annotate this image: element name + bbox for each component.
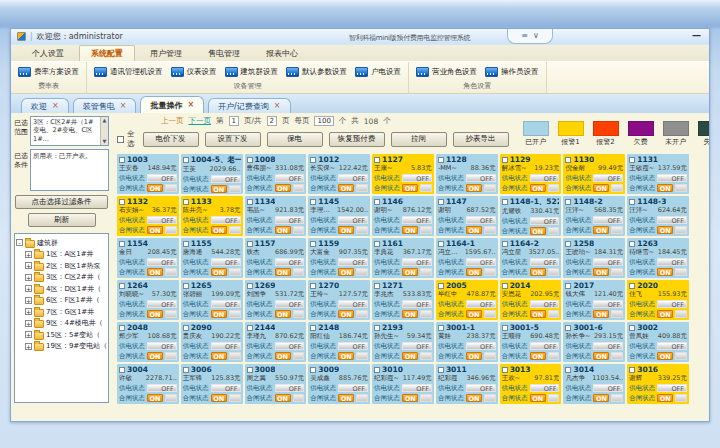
- tree-item[interactable]: +15区：5#变站（: [25, 330, 107, 340]
- meter-checkbox[interactable]: [310, 283, 316, 289]
- meter-checkbox[interactable]: [374, 199, 380, 205]
- tool-button-6[interactable]: 抄表导出: [453, 132, 509, 147]
- meter-checkbox[interactable]: [565, 283, 571, 289]
- switch-status-value[interactable]: ON: [657, 352, 673, 360]
- selected-condition-box[interactable]: 所用表：已开户表。: [30, 149, 109, 191]
- tool-button-4[interactable]: 恢复预付费: [329, 132, 385, 147]
- supply-status-value[interactable]: OFF: [466, 258, 496, 266]
- meter-checkbox[interactable]: [247, 283, 253, 289]
- meter-checkbox[interactable]: [438, 367, 444, 373]
- tree-item[interactable]: +1区：A区1#井: [25, 249, 107, 259]
- switch-status-value[interactable]: ON: [657, 184, 673, 192]
- meter-checkbox[interactable]: [502, 241, 508, 247]
- meter-checkbox[interactable]: [629, 199, 635, 205]
- meter-card[interactable]: 1148-2汪洋~568.35元供电状态OFF合闸状态ON: [563, 196, 625, 236]
- supply-status-value[interactable]: OFF: [211, 175, 241, 183]
- meter-checkbox[interactable]: [247, 157, 253, 163]
- supply-status-value[interactable]: OFF: [657, 216, 687, 224]
- meter-checkbox[interactable]: [183, 241, 189, 247]
- meter-checkbox[interactable]: [374, 241, 380, 247]
- doc-tab-4[interactable]: 开户/记费查询×: [208, 98, 290, 113]
- supply-status-value[interactable]: OFF: [338, 300, 368, 308]
- switch-status-value[interactable]: ON: [466, 184, 482, 192]
- supply-status-value[interactable]: OFF: [657, 384, 687, 392]
- meter-checkbox[interactable]: [565, 367, 571, 373]
- switch-status-value[interactable]: ON: [275, 310, 291, 318]
- meter-card[interactable]: 3010纪彩霞~117.49元供电状态OFF合闸状态ON: [372, 364, 434, 404]
- meter-card[interactable]: 1147谢明687.52元供电状态OFF合闸状态ON: [436, 196, 498, 236]
- supply-status-value[interactable]: OFF: [593, 216, 623, 224]
- switch-status-value[interactable]: ON: [530, 310, 546, 318]
- supply-status-value[interactable]: OFF: [147, 384, 177, 392]
- supply-status-value[interactable]: OFF: [211, 216, 241, 224]
- meter-checkbox[interactable]: [310, 199, 316, 205]
- meter-card[interactable]: 1003王安春148.94元供电状态OFF合闸状态ON: [117, 154, 179, 194]
- meter-card[interactable]: 1154金日208.45元供电状态OFF合闸状态ON: [117, 238, 179, 278]
- supply-status-value[interactable]: OFF: [211, 300, 241, 308]
- meter-card[interactable]: 1146谢明~876.12元供电状态OFF合闸状态ON: [372, 196, 434, 236]
- meter-card[interactable]: 1148-3汪洋~624.64元供电状态OFF合闸状态ON: [627, 196, 689, 236]
- meter-card[interactable]: 1132石安娟~36.37元供电状态OFF合闸状态ON: [117, 196, 179, 236]
- supply-status-value[interactable]: OFF: [593, 174, 623, 182]
- choose-filter-button[interactable]: 点击选择过滤条件: [15, 195, 108, 209]
- meter-checkbox[interactable]: [119, 325, 125, 331]
- meter-checkbox[interactable]: [247, 241, 253, 247]
- meter-card[interactable]: 1148-1、522尤耀铁330.41元供电状态OFF合闸状态ON: [500, 196, 562, 236]
- expand-icon[interactable]: +: [25, 308, 32, 315]
- tree-item[interactable]: +2区：B区1#热泵: [25, 261, 107, 271]
- switch-status-value[interactable]: ON: [211, 185, 227, 193]
- meter-card[interactable]: 2017钱大伟121.40元供电状态OFF合闸状态ON: [563, 280, 625, 320]
- expand-icon[interactable]: +: [25, 297, 32, 304]
- ribbon-button[interactable]: 通讯管理机设置: [90, 65, 167, 79]
- meter-card[interactable]: 1271李兆杰533.83元供电状态OFF合闸状态ON: [372, 280, 434, 320]
- supply-status-value[interactable]: OFF: [147, 216, 177, 224]
- close-icon[interactable]: ×: [274, 102, 281, 110]
- supply-status-value[interactable]: OFF: [466, 384, 496, 392]
- meter-card[interactable]: 2144李瑾九870.62元供电状态OFF合闸状态ON: [245, 322, 307, 362]
- meter-checkbox[interactable]: [183, 367, 189, 373]
- meter-checkbox[interactable]: [374, 367, 380, 373]
- expand-icon[interactable]: +: [25, 251, 32, 258]
- supply-status-value[interactable]: OFF: [338, 174, 368, 182]
- switch-status-value[interactable]: ON: [275, 184, 291, 192]
- meter-card[interactable]: 2014安恩花202.95元供电状态OFF合闸状态ON: [500, 280, 562, 320]
- switch-status-value[interactable]: ON: [275, 268, 291, 276]
- meter-card[interactable]: 3004许敏2278.71..供电状态OFF合闸状态ON: [117, 364, 179, 404]
- supply-status-value[interactable]: OFF: [275, 384, 305, 392]
- meter-card[interactable]: 1004-5、老一王英2029.66..供电状态OFF合闸状态ON: [181, 154, 243, 194]
- supply-status-value[interactable]: OFF: [466, 216, 496, 224]
- meter-checkbox[interactable]: [374, 157, 380, 163]
- meter-checkbox[interactable]: [310, 241, 316, 247]
- meter-checkbox[interactable]: [438, 241, 444, 247]
- supply-status-value[interactable]: OFF: [275, 300, 305, 308]
- meter-checkbox[interactable]: [565, 199, 571, 205]
- switch-status-value[interactable]: ON: [147, 268, 163, 276]
- collapse-icon[interactable]: -: [16, 239, 23, 246]
- meter-card[interactable]: 2148阳红仙186.74元供电状态OFF合闸状态ON: [308, 322, 370, 362]
- switch-status-value[interactable]: ON: [530, 227, 546, 235]
- meter-card[interactable]: 1258王琥珀~184.31元供电状态OFF合闸状态ON: [563, 238, 625, 278]
- meter-card[interactable]: 1155唐海通544.28元供电状态OFF合闸状态ON: [181, 238, 243, 278]
- ribbon-button[interactable]: 仪表设置: [167, 65, 221, 79]
- close-icon[interactable]: ×: [120, 102, 127, 110]
- supply-status-value[interactable]: OFF: [530, 384, 560, 392]
- switch-status-value[interactable]: ON: [338, 394, 354, 402]
- meter-checkbox[interactable]: [438, 199, 444, 205]
- meter-checkbox[interactable]: [565, 325, 571, 331]
- supply-status-value[interactable]: OFF: [147, 300, 177, 308]
- meter-checkbox[interactable]: [438, 325, 444, 331]
- expand-icon[interactable]: +: [25, 285, 32, 292]
- supply-status-value[interactable]: OFF: [275, 174, 305, 182]
- meter-card[interactable]: 2048郑少军108.68元供电状态OFF合闸状态ON: [117, 322, 179, 362]
- switch-status-value[interactable]: ON: [338, 184, 354, 192]
- meter-checkbox[interactable]: [502, 199, 508, 205]
- select-all-checkbox[interactable]: [117, 136, 124, 143]
- per-page-box[interactable]: 100: [314, 116, 333, 126]
- supply-status-value[interactable]: OFF: [593, 384, 623, 392]
- tree-root[interactable]: -建筑群: [16, 238, 107, 248]
- expand-icon[interactable]: +: [25, 274, 32, 281]
- meter-checkbox[interactable]: [119, 283, 125, 289]
- meter-checkbox[interactable]: [247, 199, 253, 205]
- ribbon-tab-5[interactable]: 报表中心: [255, 46, 309, 61]
- meter-card[interactable]: 1157铁杰686.99元供电状态OFF合闸状态ON: [245, 238, 307, 278]
